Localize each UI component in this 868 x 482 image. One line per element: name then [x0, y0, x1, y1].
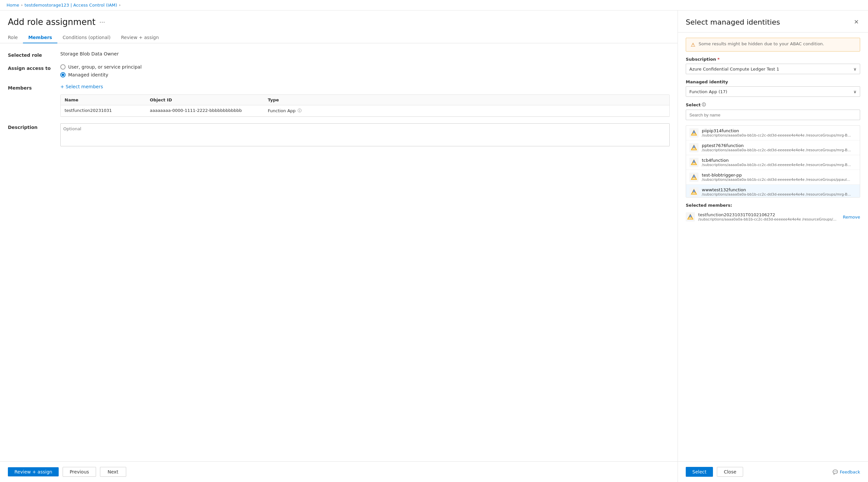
assign-access-row: Assign access to User, group, or service… — [8, 64, 670, 78]
radio-group: User, group, or service principal Manage… — [60, 64, 670, 78]
members-table: Name Object ID Type testfunction20231031… — [60, 94, 670, 117]
breadcrumb-sep2: › — [119, 3, 120, 7]
function-icon-0 — [689, 128, 699, 138]
identity-list: piipip314function /subscriptions/aaaa0a0… — [686, 125, 860, 198]
identity-name-4: wwwtest132function — [702, 187, 857, 192]
function-icon-2 — [689, 158, 699, 167]
members-content: + Select members Name Object ID Type tes… — [60, 84, 670, 117]
identity-item-4[interactable]: wwwtest132function /subscriptions/aaaa0a… — [686, 185, 860, 198]
identity-item-3[interactable]: test-blobtrigger-pp /subscriptions/aaaa0… — [686, 170, 860, 185]
more-options-icon[interactable]: ··· — [99, 19, 105, 26]
warning-banner: ⚠ Some results might be hidden due to yo… — [686, 38, 860, 52]
function-icon-3 — [689, 173, 699, 182]
feedback-icon: 💬 — [833, 470, 838, 475]
panel-close-btn[interactable]: Close — [717, 467, 743, 477]
identity-path-4: /subscriptions/aaaa0a0a-bb1b-cc2c-dd3d-e… — [702, 192, 857, 197]
identity-name-3: test-blobtrigger-pp — [702, 173, 857, 177]
type-value: Function App — [268, 108, 296, 113]
identity-info-4: wwwtest132function /subscriptions/aaaa0a… — [702, 187, 857, 197]
managed-identity-value: Function App (17) — [689, 89, 727, 94]
search-input[interactable] — [686, 110, 860, 120]
selected-member-name: testfunction20231031T0102106272 — [698, 212, 839, 217]
identity-info-0: piipip314function /subscriptions/aaaa0a0… — [702, 128, 857, 138]
select-field: Select ⓘ — [686, 102, 860, 120]
panel-header: Select managed identities ✕ — [678, 10, 868, 32]
select-label: Select ⓘ — [686, 102, 860, 108]
radio-input-managed[interactable] — [60, 72, 66, 78]
identity-item-0[interactable]: piipip314function /subscriptions/aaaa0a0… — [686, 126, 860, 140]
tab-review-assign[interactable]: Review + assign — [116, 32, 164, 43]
identity-path-3: /subscriptions/aaaa0a0a-bb1b-cc2c-dd3d-e… — [702, 177, 857, 182]
left-panel: Add role assignment ··· Role Members Con… — [0, 10, 678, 482]
managed-identity-label: Managed identity — [686, 79, 860, 84]
radio-label-managed: Managed identity — [68, 72, 108, 78]
selected-role-label: Selected role — [8, 51, 60, 58]
cell-name: testfunction20231031 — [65, 108, 150, 114]
identity-list-container: piipip314function /subscriptions/aaaa0a0… — [686, 125, 860, 198]
members-row: Members + Select members Name Object ID … — [8, 84, 670, 117]
subscription-dropdown[interactable]: Azure Confidential Compute Ledger Test 1… — [686, 64, 860, 74]
panel-close-button[interactable]: ✕ — [852, 17, 860, 27]
radio-label-user: User, group, or service principal — [68, 64, 142, 69]
panel-title: Select managed identities — [686, 18, 780, 26]
select-info-icon[interactable]: ⓘ — [702, 102, 706, 108]
radio-user-group[interactable]: User, group, or service principal — [60, 64, 670, 69]
managed-identity-chevron-icon: ∨ — [853, 89, 857, 94]
feedback-label: Feedback — [840, 470, 860, 475]
function-icon-4 — [689, 187, 699, 197]
selected-members-section: Selected members: testfunction20231031T0… — [686, 203, 860, 227]
feedback-button[interactable]: 💬 Feedback — [833, 470, 860, 475]
remove-member-link[interactable]: Remove — [843, 215, 860, 220]
managed-identity-field: Managed identity Function App (17) ∨ — [686, 79, 860, 97]
identity-name-0: piipip314function — [702, 128, 857, 133]
col-header-name: Name — [65, 97, 150, 103]
subscription-chevron-icon: ∨ — [853, 66, 857, 72]
previous-button[interactable]: Previous — [63, 467, 96, 477]
cell-objectid: aaaaaaaa-0000-1111-2222-bbbbbbbbbbbb — [150, 108, 268, 114]
managed-identity-dropdown[interactable]: Function App (17) ∨ — [686, 86, 860, 97]
identity-path-0: /subscriptions/aaaa0a0a-bb1b-cc2c-dd3d-e… — [702, 133, 857, 138]
breadcrumb: Home › testdemostorage123 | Access Contr… — [0, 0, 868, 10]
function-icon-1 — [689, 143, 699, 152]
panel-select-button[interactable]: Select — [686, 467, 713, 477]
panel-footer: Select Close 💬 Feedback — [678, 461, 868, 482]
review-assign-button[interactable]: Review + assign — [8, 467, 59, 476]
next-button[interactable]: Next — [100, 467, 126, 477]
panel-footer-actions: Select Close — [686, 467, 743, 477]
breadcrumb-sep1: › — [21, 3, 22, 7]
panel-form: Subscription * Azure Confidential Comput… — [678, 57, 868, 461]
select-members-link[interactable]: + Select members — [60, 84, 670, 89]
selected-role-row: Selected role Storage Blob Data Owner — [8, 51, 670, 58]
tabs-nav: Role Members Conditions (optional) Revie… — [0, 27, 678, 43]
identity-name-2: tcb4function — [702, 158, 857, 163]
radio-managed-identity[interactable]: Managed identity — [60, 72, 670, 78]
selected-role-value: Storage Blob Data Owner — [60, 51, 670, 56]
type-info-icon[interactable]: ⓘ — [298, 108, 302, 114]
tab-members[interactable]: Members — [23, 32, 57, 43]
warning-text: Some results might be hidden due to your… — [699, 41, 824, 46]
subscription-field: Subscription * Azure Confidential Comput… — [686, 57, 860, 74]
subscription-label: Subscription * — [686, 57, 860, 62]
selected-member-item-0: testfunction20231031T0102106272 /subscri… — [686, 210, 860, 223]
breadcrumb-resource[interactable]: testdemostorage123 | Access Control (IAM… — [25, 3, 117, 7]
tab-role[interactable]: Role — [8, 32, 23, 43]
selected-member-info: testfunction20231031T0102106272 /subscri… — [698, 212, 839, 222]
cell-type: Function App ⓘ — [268, 108, 333, 114]
selected-member-path: /subscriptions/aaaa0a0a-bb1b-cc2c-dd3d-e… — [698, 217, 839, 222]
identity-item-2[interactable]: tcb4function /subscriptions/aaaa0a0a-bb1… — [686, 155, 860, 170]
tab-conditions[interactable]: Conditions (optional) — [57, 32, 116, 43]
description-row: Description — [8, 123, 670, 146]
main-layout: Add role assignment ··· Role Members Con… — [0, 10, 868, 482]
identity-item-1[interactable]: pptest7676function /subscriptions/aaaa0a… — [686, 140, 860, 155]
description-label: Description — [8, 123, 60, 130]
radio-input-user[interactable] — [60, 64, 66, 69]
table-row: testfunction20231031 aaaaaaaa-0000-1111-… — [61, 105, 669, 116]
description-input[interactable] — [60, 123, 670, 146]
selected-members-label: Selected members: — [686, 203, 860, 208]
right-panel: Select managed identities ✕ ⚠ Some resul… — [678, 10, 868, 482]
col-header-type: Type — [268, 97, 333, 103]
members-label: Members — [8, 84, 60, 90]
identity-info-3: test-blobtrigger-pp /subscriptions/aaaa0… — [702, 173, 857, 182]
breadcrumb-home[interactable]: Home — [6, 3, 19, 7]
page-title: Add role assignment — [8, 17, 95, 27]
